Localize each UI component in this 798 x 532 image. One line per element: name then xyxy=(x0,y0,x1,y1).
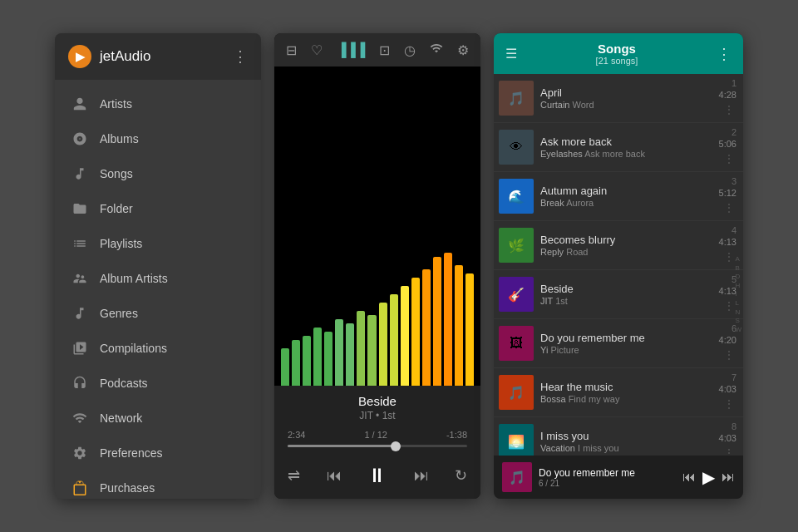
alpha-letter[interactable]: L xyxy=(735,299,741,308)
alpha-letter[interactable]: I xyxy=(735,290,741,298)
song-more-button[interactable]: ⋮ xyxy=(722,249,736,265)
visualizer-bar xyxy=(455,265,463,386)
hamburger-icon[interactable]: ☰ xyxy=(505,46,517,62)
song-item[interactable]: 🖼Do you remember meYi Picture 6 4:20 ⋮ xyxy=(494,319,743,368)
alpha-letter[interactable]: D xyxy=(735,273,741,281)
lyrics-icon[interactable]: ⊡ xyxy=(379,42,390,58)
visualizer-bar xyxy=(346,323,354,386)
nav-item-purchases[interactable]: Purchases xyxy=(55,470,261,499)
song-meta: Yi Picture xyxy=(540,345,714,355)
song-artist: JIT xyxy=(540,296,553,306)
song-album: 1st xyxy=(555,296,568,306)
song-meta: Reply Road xyxy=(540,247,714,257)
song-title: Becomes blurry xyxy=(540,234,714,246)
nav-item-preferences[interactable]: Preferences xyxy=(55,436,261,470)
nav-item-album-artists[interactable]: Album Artists xyxy=(55,261,261,296)
nav-label-compilations: Compilations xyxy=(100,342,167,355)
app-title: jetAudio xyxy=(100,48,150,65)
logo-icon: ▶ xyxy=(76,50,85,63)
song-right: 7 4:03 ⋮ xyxy=(719,372,736,412)
songs-count: [21 songs] xyxy=(517,56,717,66)
song-right: 8 4:03 ⋮ xyxy=(719,421,736,456)
now-playing-position: 6 / 21 xyxy=(539,479,676,488)
track-title: Beside xyxy=(288,394,467,408)
song-more-button[interactable]: ⋮ xyxy=(722,101,736,118)
song-artist: Yi xyxy=(540,345,548,355)
song-artist: Break xyxy=(540,198,564,208)
now-play-button[interactable]: ▶ xyxy=(702,467,715,487)
song-item[interactable]: 🎸BesideJIT 1st 5 4:13 ⋮ ABDHILNSW xyxy=(494,270,743,319)
song-meta: JIT 1st xyxy=(540,296,714,306)
sleep-icon[interactable]: ◷ xyxy=(404,42,416,58)
genres-icon xyxy=(71,305,88,322)
song-more-button[interactable]: ⋮ xyxy=(722,200,736,216)
song-title: April xyxy=(540,86,714,99)
pause-button[interactable]: ⏸ xyxy=(367,464,387,487)
song-album: I miss you xyxy=(578,443,619,453)
nav-item-playlists[interactable]: Playlists xyxy=(55,226,261,261)
now-next-button[interactable]: ⏭ xyxy=(722,470,735,485)
nav-item-network[interactable]: Network xyxy=(55,401,261,436)
alpha-letter[interactable]: A xyxy=(735,255,741,264)
song-item[interactable]: 🎵Hear the musicBossa Find my way 7 4:03 … xyxy=(494,368,743,417)
songs-menu-button[interactable]: ⋮ xyxy=(717,45,732,63)
song-album: Picture xyxy=(550,345,579,355)
song-item[interactable]: 🌿Becomes blurryReply Road 4 4:13 ⋮ xyxy=(494,221,743,270)
nav-item-folder[interactable]: Folder xyxy=(55,191,261,226)
progress-bar[interactable] xyxy=(288,445,467,447)
song-more-button[interactable]: ⋮ xyxy=(722,150,736,167)
song-album: Aurora xyxy=(566,198,594,208)
song-album: Road xyxy=(566,247,588,257)
prev-button[interactable]: ⏮ xyxy=(327,467,342,485)
repeat-button[interactable]: ↻ xyxy=(455,466,467,485)
next-button[interactable]: ⏭ xyxy=(414,467,429,485)
song-more-button[interactable]: ⋮ xyxy=(722,347,736,363)
song-number: 7 xyxy=(732,372,736,382)
wifi-icon[interactable] xyxy=(430,42,443,58)
shuffle-button[interactable]: ⇌ xyxy=(288,466,300,485)
song-item[interactable]: 🌅I miss youVacation I miss you 8 4:03 ⋮ xyxy=(494,417,743,456)
visualizer-bar xyxy=(390,294,398,386)
playlist-icon[interactable]: ⊟ xyxy=(286,42,297,58)
song-number: 4 xyxy=(732,225,736,235)
song-more-button[interactable]: ⋮ xyxy=(722,298,736,314)
album-artists-icon xyxy=(71,270,88,287)
nav-label-network: Network xyxy=(100,411,142,425)
song-meta: Break Aurora xyxy=(540,198,714,208)
player-panel: ⊟ ♡ ▐▐▐ ⊡ ◷ ⚙ Beside JIT • 1st 2:34 1 xyxy=(274,33,480,499)
song-more-button[interactable]: ⋮ xyxy=(722,445,736,456)
nav-label-purchases: Purchases xyxy=(100,481,155,495)
artists-icon xyxy=(71,96,88,112)
nav-item-songs[interactable]: Songs xyxy=(55,156,261,191)
alpha-letter[interactable]: B xyxy=(735,264,741,272)
favorite-icon[interactable]: ♡ xyxy=(311,42,323,58)
song-album: Ask more back xyxy=(584,149,645,159)
nav-item-genres[interactable]: Genres xyxy=(55,296,261,331)
song-item[interactable]: 👁Ask more backEyelashes Ask more back 2 … xyxy=(494,123,743,172)
song-artist: Reply xyxy=(540,247,564,257)
alpha-letter[interactable]: H xyxy=(735,282,741,290)
song-item[interactable]: 🌊Autumn againBreak Aurora 3 5:12 ⋮ xyxy=(494,172,743,221)
playlists-icon xyxy=(71,235,88,252)
alpha-letter[interactable]: N xyxy=(735,308,741,316)
nav-item-podcasts[interactable]: Podcasts xyxy=(55,366,261,401)
song-number: 1 xyxy=(732,78,736,88)
song-more-button[interactable]: ⋮ xyxy=(722,396,736,412)
nav-item-compilations[interactable]: Compilations xyxy=(55,331,261,366)
settings-icon[interactable]: ⚙ xyxy=(457,42,469,58)
song-title: Ask more back xyxy=(540,135,714,148)
nav-label-album-artists: Album Artists xyxy=(100,272,168,285)
now-playing-bar: 🎵 Do you remember me 6 / 21 ⏮ ▶ ⏭ xyxy=(494,456,743,499)
menu-button[interactable]: ⋮ xyxy=(233,47,248,66)
equalizer-icon[interactable]: ▐▐▐ xyxy=(337,42,365,57)
now-prev-button[interactable]: ⏮ xyxy=(682,470,696,485)
song-item[interactable]: 🎵AprilCurtain Word 1 4:28 ⋮ xyxy=(494,74,743,123)
nav-label-artists: Artists xyxy=(100,97,132,111)
visualizer-bar xyxy=(411,278,420,386)
song-right: 3 5:12 ⋮ xyxy=(719,176,736,216)
current-time: 2:34 xyxy=(288,430,305,440)
song-right: 2 5:06 ⋮ xyxy=(719,127,736,167)
songs-panel: ☰ Songs [21 songs] ⋮ 🎵AprilCurtain Word … xyxy=(494,33,743,499)
nav-item-albums[interactable]: Albums xyxy=(55,121,261,156)
nav-item-artists[interactable]: Artists xyxy=(55,86,261,121)
